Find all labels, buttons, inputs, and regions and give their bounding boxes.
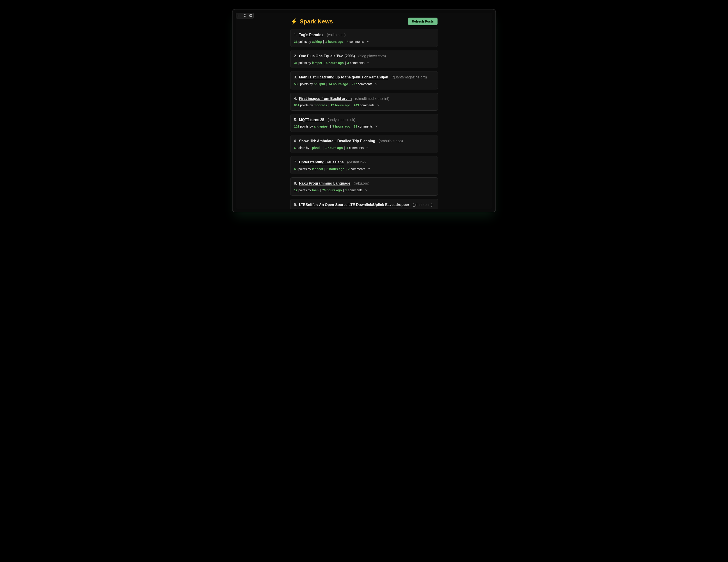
post-age-link[interactable]: 1 hours ago [325, 146, 343, 150]
post-rank: 8. [294, 182, 297, 185]
meta-separator: | [322, 146, 324, 150]
post-author-link[interactable]: lapnect [312, 167, 323, 171]
post-domain: (votito.com) [327, 33, 346, 37]
meta-separator: | [326, 82, 328, 86]
post-domain: (gestalt.ink) [347, 160, 366, 164]
post-title-link[interactable]: MQTT turns 25 [299, 118, 324, 122]
points-by-label: points by [297, 146, 309, 150]
svg-point-1 [239, 14, 239, 15]
expand-toggle[interactable] [375, 82, 378, 86]
expand-toggle[interactable] [375, 125, 378, 129]
collapse-icon [243, 14, 247, 17]
post-points: 152 [294, 125, 299, 128]
meta-separator: | [351, 103, 353, 107]
post-title-row: 1. Tog's Paradox (votito.com) [294, 32, 434, 37]
expand-toggle[interactable] [367, 167, 371, 171]
post-rank: 7. [294, 160, 297, 164]
app-window: ⚡ Spark News Refresh Posts 1. Tog's Para… [232, 9, 496, 212]
meta-separator: | [328, 103, 330, 107]
post-author-link[interactable]: lemper [312, 61, 322, 65]
post-card: 9. LTESniffer: An Open-Source LTE Downli… [290, 199, 438, 209]
post-points: 17 [294, 188, 298, 192]
post-title-link[interactable]: One Plus One Equals Two (2006) [299, 54, 355, 58]
post-rank: 2. [294, 54, 297, 58]
comments-label: comments [360, 103, 375, 107]
post-card: 6. Show HN: Ambulate – Detailed Trip Pla… [290, 135, 438, 153]
post-title-row: 6. Show HN: Ambulate – Detailed Trip Pla… [294, 138, 434, 144]
post-comment-count: 277 [352, 82, 357, 86]
meta-separator: | [323, 40, 325, 44]
post-meta-row: 831points bymooreds|17 hours ago|243comm… [294, 103, 434, 107]
post-card: 2. One Plus One Equals Two (2006) (blog.… [290, 50, 438, 68]
post-author-link[interactable]: philiplu [314, 82, 325, 86]
expand-toggle[interactable] [377, 103, 380, 107]
post-author-link[interactable]: tosh [312, 188, 319, 192]
post-comment-count: 4 [347, 40, 348, 44]
post-age-link[interactable]: 3 hours ago [332, 125, 350, 128]
post-age-link[interactable]: 5 hours ago [327, 167, 344, 171]
svg-point-3 [239, 15, 239, 16]
svg-point-2 [238, 15, 238, 16]
expand-toggle[interactable] [366, 146, 369, 150]
post-points: 831 [294, 103, 299, 107]
post-domain: (ambulate.app) [379, 139, 403, 143]
meta-separator: | [345, 61, 346, 65]
post-author-link[interactable]: _phnd_ [310, 146, 321, 150]
svg-point-4 [238, 16, 238, 16]
expand-toggle[interactable] [367, 61, 370, 65]
post-title-row: 5. MQTT turns 25 (andypiper.co.uk) [294, 117, 434, 122]
panel-button[interactable] [248, 13, 253, 18]
comments-label: comments [351, 167, 365, 171]
drag-handle-button[interactable] [236, 13, 242, 18]
post-title-link[interactable]: LTESniffer: An Open-Source LTE Downlink/… [299, 203, 409, 207]
post-age-link[interactable]: 5 hours ago [326, 61, 344, 65]
post-title-link[interactable]: Show HN: Ambulate – Detailed Trip Planni… [299, 139, 375, 143]
chevron-down-icon [366, 40, 369, 44]
app-stage: ⚡ Spark News Refresh Posts 1. Tog's Para… [236, 13, 492, 209]
svg-point-5 [239, 16, 239, 16]
post-age-link[interactable]: 14 hours ago [328, 82, 348, 86]
chevron-down-icon [366, 146, 369, 150]
svg-point-0 [238, 14, 238, 15]
comments-label: comments [349, 40, 364, 44]
points-by-label: points by [298, 40, 311, 44]
post-title-link[interactable]: Math is still catching up to the genius … [299, 75, 388, 79]
post-title-link[interactable]: First images from Euclid are in [299, 97, 352, 101]
points-by-label: points by [300, 103, 313, 107]
post-rank: 6. [294, 139, 297, 143]
refresh-button[interactable]: Refresh Posts [408, 18, 438, 25]
post-card: 5. MQTT turns 25 (andypiper.co.uk)152poi… [290, 114, 438, 132]
post-title-link[interactable]: Tog's Paradox [299, 33, 323, 37]
post-author-link[interactable]: adzicg [312, 40, 322, 44]
post-comment-count: 33 [354, 125, 357, 128]
post-points: 6 [294, 146, 296, 150]
collapse-button[interactable] [242, 13, 248, 18]
post-title-link[interactable]: Understanding Gaussians [299, 160, 344, 164]
post-title-link[interactable]: Raku Programming Language [299, 182, 350, 185]
post-card: 4. First images from Euclid are in (dlmu… [290, 93, 438, 111]
post-rank: 5. [294, 118, 297, 122]
post-card: 7. Understanding Gaussians (gestalt.ink)… [290, 156, 438, 174]
post-card: 3. Math is still catching up to the geni… [290, 71, 438, 89]
post-age-link[interactable]: 17 hours ago [331, 103, 350, 107]
post-age-link[interactable]: 76 hours ago [322, 188, 342, 192]
window-toolbar [236, 13, 254, 18]
post-domain: (quantamagazine.org) [392, 75, 427, 79]
meta-separator: | [324, 167, 326, 171]
post-points: 31 [294, 61, 298, 65]
post-rank: 1. [294, 33, 297, 37]
meta-separator: | [351, 125, 353, 128]
meta-separator: | [345, 167, 347, 171]
comments-label: comments [350, 61, 364, 65]
post-author-link[interactable]: mooreds [314, 103, 327, 107]
post-card: 1. Tog's Paradox (votito.com)31points by… [290, 29, 438, 47]
post-author-link[interactable]: andypiper [314, 125, 329, 128]
points-by-label: points by [298, 167, 311, 171]
expand-toggle[interactable] [365, 188, 368, 192]
expand-toggle[interactable] [366, 40, 369, 44]
post-meta-row: 152points byandypiper|3 hours ago|33comm… [294, 125, 434, 129]
post-comment-count: 1 [345, 188, 347, 192]
app-header: ⚡ Spark News Refresh Posts [290, 15, 438, 29]
post-rank: 9. [294, 203, 297, 207]
post-age-link[interactable]: 1 hours ago [325, 40, 343, 44]
